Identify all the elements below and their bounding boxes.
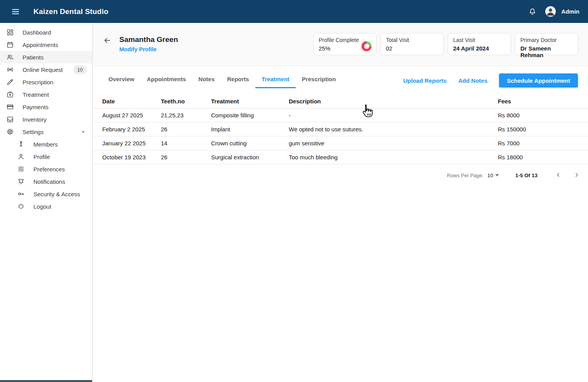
cell-description: gum sensitive — [289, 140, 498, 147]
pen-icon — [6, 78, 14, 86]
bell-icon[interactable] — [528, 7, 537, 16]
menu-icon[interactable] — [11, 7, 20, 16]
next-page-button[interactable] — [572, 170, 582, 181]
cell-treatment: Crown cutting — [211, 140, 289, 147]
sidebar-item-treatment[interactable]: Treatment — [0, 88, 92, 101]
settings-submenu: Members Profile Preferen — [0, 138, 92, 213]
rows-per-page-label: Rows Per Page: — [447, 173, 483, 178]
sidebar-item-inventory[interactable]: Inventory — [0, 113, 92, 126]
topbar: Kaizen Dental Studio Admin — [0, 0, 588, 23]
sidebar-item-label: Online Request — [23, 66, 63, 73]
main-content: Samantha Green Modify Profile Profile Co… — [93, 23, 588, 382]
sidebar-item-label: Payments — [23, 104, 49, 110]
sidebar-item-label: Treatment — [23, 91, 49, 98]
member-icon — [17, 140, 25, 148]
card-value: 24 April 2024 — [453, 45, 506, 52]
card-value: Dr Sameen Rehman — [520, 45, 573, 58]
rows-per-page-value: 10 — [487, 173, 493, 178]
sidebar-item-label: Patients — [23, 54, 44, 61]
cell-description: We opted not to use sutures. — [289, 126, 498, 133]
modify-profile-link[interactable]: Modify Profile — [119, 46, 157, 52]
sidebar-item-label: Dashboard — [23, 29, 51, 36]
table-row[interactable]: February 2 2025 26 Implant We opted not … — [93, 122, 588, 136]
card-label: Total Visit — [386, 37, 438, 43]
cell-treatment: Surgical extraction — [211, 154, 289, 160]
add-notes-button[interactable]: Add Notes — [458, 77, 487, 84]
card-label: Last Visit — [453, 37, 506, 43]
gear-icon — [6, 128, 14, 136]
tab-reports[interactable]: Reports — [221, 73, 255, 88]
person-icon — [17, 153, 25, 160]
sidebar-item-online-request[interactable]: Online Request 10 — [0, 63, 92, 76]
sidebar-item-dashboard[interactable]: Dashboard — [0, 26, 92, 38]
cell-date: January 22 2025 — [102, 140, 161, 147]
rows-per-page-select[interactable]: 10 — [487, 173, 499, 178]
sidebar-item-payments[interactable]: Payments — [0, 101, 92, 113]
sidebar-item-members[interactable]: Members — [11, 138, 92, 150]
column-header-fees: Fees — [498, 98, 588, 105]
cell-fees: Rs 7000 — [498, 140, 588, 147]
pagination: Rows Per Page: 10 1-5 Of 13 — [93, 164, 588, 181]
cell-date: August 27 2025 — [102, 112, 161, 119]
card-value: 02 — [386, 45, 438, 52]
online-request-badge: 10 — [73, 65, 87, 74]
tune-icon — [17, 165, 25, 173]
cell-fees: Rs 8000 — [498, 112, 588, 119]
sidebar-item-appointments[interactable]: Appointments — [0, 38, 92, 51]
tab-appointments[interactable]: Appointments — [141, 73, 192, 88]
chevron-right-icon — [573, 171, 580, 180]
back-arrow-icon[interactable] — [103, 36, 112, 45]
tab-notes[interactable]: Notes — [192, 73, 221, 88]
sidebar-item-patients[interactable]: Patients — [0, 51, 92, 63]
sidebar-item-label: Security & Access — [33, 191, 80, 197]
medical-bag-icon — [6, 91, 14, 98]
tab-treatment[interactable]: Treatment — [255, 73, 296, 88]
sidebar-item-prescription[interactable]: Prescription — [0, 76, 92, 88]
card-profile-complete: Profile Complete 25% — [313, 33, 377, 55]
card-label: Primary Doctor — [520, 37, 573, 43]
dropdown-caret-icon — [495, 174, 499, 176]
table-row[interactable]: October 19 2023 26 Surgical extraction T… — [93, 150, 588, 164]
card-primary-doctor: Primary Doctor Dr Sameen Rehman — [515, 33, 578, 55]
pagination-range: 1-5 Of 13 — [515, 173, 537, 178]
sidebar-item-profile[interactable]: Profile — [11, 150, 92, 163]
avatar[interactable] — [545, 6, 556, 17]
schedule-appointment-button[interactable]: Schedule Appointment — [499, 73, 578, 87]
sidebar-item-label: Members — [33, 141, 58, 148]
treatment-table: Date Teeth.no Treatment Description Fees… — [93, 94, 588, 164]
sidebar-item-notifications[interactable]: Notifications — [11, 175, 92, 188]
sidebar-item-preferences[interactable]: Preferences — [11, 163, 92, 175]
sidebar-item-label: Settings — [23, 129, 44, 135]
bell-ring-icon — [17, 178, 25, 185]
table-row[interactable]: January 22 2025 14 Crown cutting gum sen… — [93, 136, 588, 150]
table-header-row: Date Teeth.no Treatment Description Fees — [93, 94, 588, 108]
sidebar-item-label: Notifications — [33, 178, 65, 185]
chevron-left-icon — [555, 171, 562, 180]
cell-description: Too much bleeding — [289, 154, 498, 160]
column-header-teeth-no: Teeth.no — [161, 98, 211, 105]
patient-header: Samantha Green Modify Profile Profile Co… — [93, 23, 588, 66]
cell-treatment: Implant — [211, 126, 289, 133]
previous-page-button[interactable] — [553, 170, 563, 181]
cell-teeth-no: 14 — [161, 140, 211, 147]
sidebar-item-label: Prescription — [23, 79, 53, 85]
sidebar-item-settings[interactable]: Settings — [0, 126, 92, 138]
column-header-date: Date — [102, 98, 161, 105]
column-header-description: Description — [289, 98, 498, 105]
dashboard-icon — [6, 28, 14, 36]
app-title: Kaizen Dental Studio — [33, 7, 108, 16]
table-row[interactable]: August 27 2025 21,25,23 Composite fillin… — [93, 108, 588, 122]
cell-description: - — [289, 112, 498, 119]
tabs-row: Overview Appointments Notes Reports Trea… — [93, 66, 588, 88]
sidebar-item-logout[interactable]: Logout — [11, 200, 92, 213]
sidebar-item-label: Preferences — [33, 166, 65, 173]
sidebar-item-security-access[interactable]: Security & Access — [11, 188, 92, 200]
sidebar: Dashboard Appointments Patients — [0, 23, 93, 382]
app-window: Kaizen Dental Studio Admin — [0, 0, 588, 382]
cell-date: October 19 2023 — [102, 154, 161, 160]
tab-prescription[interactable]: Prescription — [296, 73, 342, 88]
tab-overview[interactable]: Overview — [102, 73, 141, 88]
upload-reports-button[interactable]: Upload Reports — [403, 77, 447, 84]
cell-date: February 2 2025 — [102, 126, 161, 133]
cell-fees: Rs 18000 — [498, 154, 588, 160]
